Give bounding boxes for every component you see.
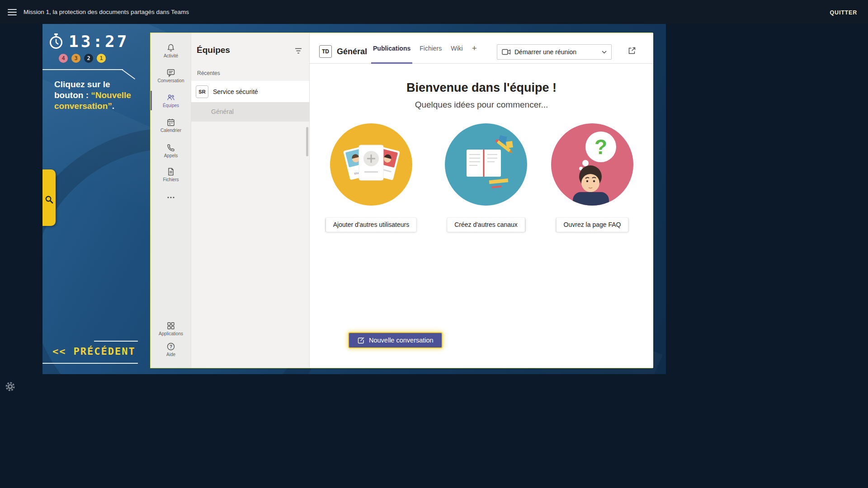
countdown-timer: 13:27 <box>49 33 129 50</box>
teams-list-panel: Équipes Récentes SR Service sécurité Gén… <box>191 33 310 368</box>
step-badge-1: 1 <box>97 54 106 63</box>
rail-item-more[interactable] <box>151 196 191 199</box>
rail-item-calendar[interactable]: Calendrier <box>151 118 191 133</box>
rail-item-label: Activité <box>151 53 191 58</box>
rail-item-activity[interactable]: Activité <box>151 43 191 58</box>
team-avatar: SR <box>196 85 208 98</box>
team-row-service-securite[interactable]: SR Service sécurité <box>191 81 309 102</box>
mission-title: Mission 1, la protection des documents p… <box>24 9 189 15</box>
game-stage: 13:27 4 3 2 1 Cliquez sur le bouton : “N… <box>42 24 666 374</box>
rail-item-calls[interactable]: Appels <box>151 143 191 158</box>
teams-icon <box>166 93 175 102</box>
rail-item-label: Calendrier <box>151 128 191 133</box>
popout-icon[interactable] <box>628 47 636 55</box>
rail-item-files[interactable]: Fichiers <box>151 167 191 182</box>
step-badge-2: 2 <box>84 54 93 63</box>
add-users-illustration: Maxine <box>330 123 412 206</box>
tab-publications[interactable]: Publications <box>372 33 411 64</box>
idea-add-users: Maxine <box>319 123 423 234</box>
start-meeting-label: Démarrer une réunion <box>514 48 576 56</box>
channel-row-general[interactable]: Général <box>191 102 309 122</box>
channel-tabs: Publications Fichiers Wiki + <box>372 33 477 64</box>
magnifier-icon <box>44 195 54 205</box>
add-tab-button[interactable]: + <box>472 43 477 53</box>
rail-item-conversation[interactable]: Conversation <box>151 68 191 83</box>
channel-header: TD Général Publications Fichiers Wiki + … <box>310 33 653 64</box>
team-name: Service sécurité <box>213 88 258 95</box>
quit-button[interactable]: QUITTER <box>827 9 860 16</box>
add-users-card-button[interactable]: Ajouter d'autres utilisateurs <box>326 218 416 232</box>
step-badges: 4 3 2 1 <box>59 54 106 63</box>
svg-text:?: ? <box>170 344 172 349</box>
teams-window: Activité Conversation Équipes <box>150 33 653 368</box>
step-badge-4: 4 <box>59 54 68 63</box>
rail-item-teams[interactable]: Équipes <box>151 93 191 108</box>
idea-faq: ? Ouvrez la page FAQ <box>540 123 644 234</box>
rail-item-label: Applications <box>151 331 191 336</box>
rail-item-label: Fichiers <box>151 177 191 182</box>
teams-app-rail: Activité Conversation Équipes <box>151 33 191 368</box>
timer-value: 13:27 <box>69 33 129 50</box>
channel-content: TD Général Publications Fichiers Wiki + … <box>310 33 653 368</box>
previous-divider-bottom <box>42 363 138 364</box>
create-channels-illustration <box>445 123 527 206</box>
question-mark: ? <box>594 135 607 159</box>
camera-icon <box>502 49 511 55</box>
settings-gear-icon[interactable] <box>5 381 15 392</box>
welcome-subtitle: Quelques idées pour commencer... <box>310 100 653 110</box>
rail-item-applications[interactable]: Applications <box>151 321 191 336</box>
chevron-down-icon[interactable] <box>602 51 607 54</box>
step-badge-3: 3 <box>71 54 80 63</box>
new-conversation-button[interactable]: Nouvelle conversation <box>348 332 443 348</box>
previous-divider-top <box>94 341 138 342</box>
channel-title: Général <box>337 47 367 56</box>
calendar-icon <box>166 118 175 127</box>
hint-tab[interactable] <box>42 169 56 226</box>
filter-icon[interactable] <box>295 48 302 54</box>
help-icon: ? <box>166 342 175 351</box>
rail-item-label: Conversation <box>151 78 191 83</box>
faq-card-button[interactable]: Ouvrez la page FAQ <box>557 218 628 232</box>
welcome-title: Bienvenue dans l'équipe ! <box>310 81 653 95</box>
create-channels-card-button[interactable]: Créez d'autres canaux <box>447 218 525 232</box>
top-bar: Mission 1, la protection des documents p… <box>0 0 868 24</box>
panel-title: Équipes <box>197 45 230 55</box>
compose-icon <box>357 337 365 344</box>
rail-item-label: Équipes <box>151 103 191 108</box>
bell-icon <box>166 43 175 52</box>
menu-icon[interactable] <box>8 9 17 15</box>
panel-scrollbar[interactable] <box>306 127 308 156</box>
previous-label: PRÉCÉDENT <box>74 346 136 357</box>
document-icon <box>166 167 175 176</box>
rail-item-label: Appels <box>151 153 191 158</box>
phone-icon <box>166 143 175 152</box>
stopwatch-icon <box>49 33 63 50</box>
recent-section-label: Récentes <box>197 70 220 76</box>
start-meeting-button[interactable]: Démarrer une réunion <box>497 44 612 60</box>
channel-avatar: TD <box>319 45 332 58</box>
faq-illustration: ? <box>551 123 633 206</box>
mission-instruction: Cliquez sur le bouton : “Nouvelle conver… <box>54 79 137 112</box>
hud-divider <box>42 69 123 70</box>
previous-button[interactable]: << PRÉCÉDENT <box>52 346 136 357</box>
tab-fichiers[interactable]: Fichiers <box>419 33 443 64</box>
rail-item-label: Aide <box>151 352 191 357</box>
apps-grid-icon <box>166 321 175 330</box>
chat-icon <box>166 68 175 77</box>
idea-create-channels: Créez d'autres canaux <box>434 123 538 234</box>
add-user-card <box>359 145 383 180</box>
instruction-suffix: . <box>112 101 114 111</box>
tab-wiki[interactable]: Wiki <box>450 33 463 64</box>
new-conversation-label: Nouvelle conversation <box>369 337 434 344</box>
notebook-shape <box>467 150 501 177</box>
more-dots-icon <box>166 196 175 199</box>
previous-arrows: << <box>52 346 66 357</box>
rail-item-help[interactable]: ? Aide <box>151 342 191 357</box>
